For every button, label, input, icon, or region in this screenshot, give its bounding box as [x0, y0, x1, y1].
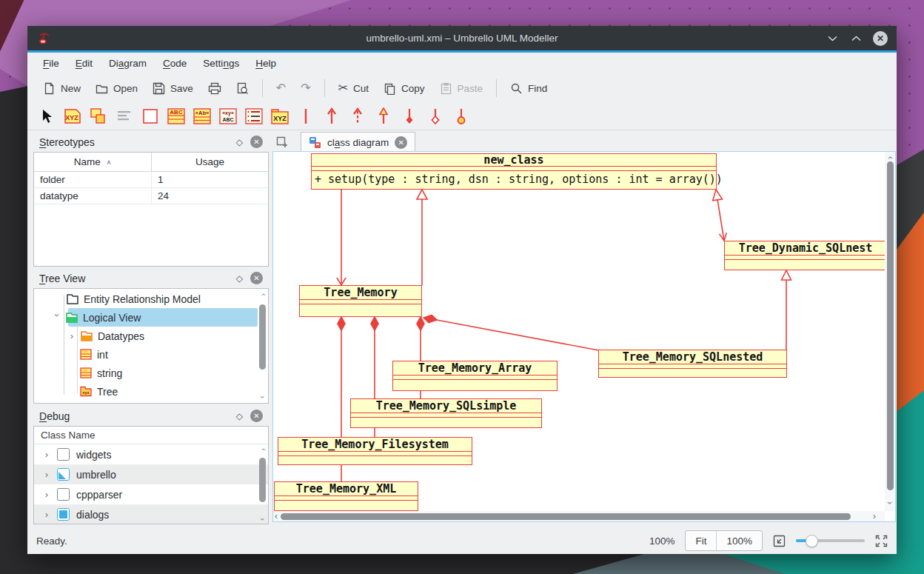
stereotypes-table-header[interactable]: Name∧ Usage	[34, 153, 268, 172]
checkbox-unchecked[interactable]	[57, 448, 70, 461]
minimize-button[interactable]	[826, 32, 839, 45]
class-tool[interactable]: XYZ	[64, 107, 81, 125]
open-button[interactable]: Open	[89, 78, 144, 99]
float-panel-icon[interactable]: ◇	[236, 273, 243, 284]
titlebar[interactable]: umbrello-uml.xmi – Umbrello UML Modeller…	[27, 26, 897, 50]
tree-item-entity-relationship-model[interactable]: Entity Relationship Model	[67, 290, 201, 308]
expander-closed-icon[interactable]: ›	[43, 449, 50, 460]
tree-item-int[interactable]: int	[80, 345, 108, 364]
generalization-tool[interactable]	[375, 107, 392, 125]
text-tool[interactable]	[116, 107, 133, 125]
interface-tool[interactable]: «Ab»	[193, 107, 211, 125]
expander-open-icon[interactable]: ›	[52, 314, 63, 321]
close-panel-icon[interactable]: ✕	[250, 136, 263, 148]
scroll-down-icon[interactable]: ›	[261, 515, 264, 523]
dependency-tool[interactable]	[349, 107, 366, 125]
save-button[interactable]: Save	[146, 78, 200, 99]
expander-closed-icon[interactable]: ›	[68, 330, 76, 341]
aggregation-tool[interactable]	[426, 107, 444, 125]
box-tool[interactable]	[141, 107, 159, 125]
directed-association-tool[interactable]	[323, 107, 341, 125]
composition-tool[interactable]	[401, 107, 418, 125]
tab-class-diagram[interactable]: class diagram ✕	[301, 132, 415, 152]
debug-row-dialogs[interactable]: › dialogs	[34, 504, 268, 524]
print-preview-button[interactable]	[230, 78, 255, 99]
menu-settings[interactable]: Settings	[195, 55, 247, 72]
find-button[interactable]: Find	[503, 78, 554, 99]
scrollbar-thumb[interactable]	[259, 458, 266, 502]
class-widget-tool[interactable]: ABC	[167, 107, 185, 125]
debug-row-cppparser[interactable]: › cppparser	[34, 484, 268, 504]
uml-class-tree-dynamic-sqlnested[interactable]: Tree_Dynamic_SQLnest	[724, 241, 885, 270]
canvas-vertical-scrollbar[interactable]: › ›	[885, 152, 895, 511]
uml-class-tree-memory-filesystem[interactable]: Tree_Memory_Filesystem	[278, 437, 472, 465]
containment-tool[interactable]	[452, 107, 470, 125]
enum-tool[interactable]	[245, 107, 263, 125]
debug-row-umbrello[interactable]: › umbrello	[34, 464, 268, 484]
debug-row-widgets[interactable]: › widgets	[34, 444, 268, 464]
undo-button[interactable]: ↶	[270, 78, 292, 99]
debug-column-header[interactable]: Class Name	[34, 427, 268, 444]
zoom-100-button[interactable]: 100%	[716, 531, 762, 550]
close-button[interactable]: ✕	[873, 31, 888, 46]
fullscreen-button[interactable]	[875, 535, 888, 547]
print-button[interactable]	[201, 78, 228, 99]
menu-file[interactable]: File	[35, 55, 67, 72]
scroll-down-icon[interactable]: ›	[888, 498, 891, 507]
tree-item-tree[interactable]: xyz Tree	[80, 382, 118, 401]
menu-diagram[interactable]: Diagram	[101, 55, 155, 72]
close-panel-icon[interactable]: ✕	[250, 410, 263, 422]
new-tab-button[interactable]	[272, 133, 292, 152]
uml-class-tree-memory-sqlsimple[interactable]: Tree_Memory_SQLsimple	[350, 398, 542, 428]
scroll-up-icon[interactable]: ›	[261, 446, 264, 453]
expander-closed-icon[interactable]: ›	[43, 469, 50, 480]
close-panel-icon[interactable]: ✕	[250, 272, 263, 284]
uml-class-new_class[interactable]: new_class + setup(type : string, dsn : s…	[311, 153, 717, 190]
table-row[interactable]: folder 1	[34, 172, 268, 188]
scrollbar-thumb[interactable]	[887, 161, 894, 490]
close-tab-icon[interactable]: ✕	[395, 136, 407, 149]
scroll-down-icon[interactable]: ›	[261, 393, 264, 401]
debug-scrollbar[interactable]: › ›	[258, 446, 267, 523]
uml-class-tree-memory-array[interactable]: Tree_Memory_Array	[392, 361, 558, 391]
treeview-scrollbar[interactable]: › ›	[258, 291, 267, 401]
menu-code[interactable]: Code	[155, 55, 195, 72]
package-tool[interactable]: XYZ	[271, 107, 289, 125]
slider-handle[interactable]	[806, 535, 818, 547]
checkbox-unchecked[interactable]	[57, 488, 70, 501]
uml-class-tree-memory-xml[interactable]: Tree_Memory_XML	[274, 481, 418, 511]
uml-class-tree-memory-sqlnested[interactable]: Tree_Memory_SQLnested	[598, 350, 787, 378]
menu-help[interactable]: Help	[247, 55, 284, 72]
zoom-slider[interactable]	[796, 534, 865, 547]
expander-closed-icon[interactable]: ›	[43, 509, 50, 520]
checkbox-partial[interactable]	[57, 468, 70, 481]
scroll-up-icon[interactable]: ›	[261, 291, 264, 298]
canvas-horizontal-scrollbar[interactable]: ‹ ›	[273, 511, 885, 521]
datatype-tool[interactable]: «xy»ABC	[219, 107, 237, 125]
fit-button[interactable]: Fit	[686, 531, 716, 550]
scrollbar-thumb[interactable]	[259, 304, 266, 370]
diagram-canvas[interactable]: new_class + setup(type : string, dsn : s…	[273, 152, 885, 511]
scroll-left-icon[interactable]: ‹	[275, 512, 278, 521]
table-row[interactable]: datatype 24	[34, 188, 268, 204]
association-tool[interactable]	[297, 107, 315, 125]
float-panel-icon[interactable]: ◇	[236, 137, 243, 147]
new-button[interactable]: New	[36, 78, 87, 99]
checkbox-checked[interactable]	[57, 508, 70, 521]
tree-item-datatypes[interactable]: › Datatypes	[68, 327, 144, 345]
tree-item-string[interactable]: string	[80, 364, 122, 382]
scroll-right-icon[interactable]: ›	[873, 512, 876, 521]
expander-closed-icon[interactable]: ›	[43, 489, 50, 500]
select-tool[interactable]	[38, 107, 56, 125]
column-usage[interactable]: Usage	[152, 156, 268, 167]
paste-button[interactable]: Paste	[433, 78, 490, 99]
column-name[interactable]: Name∧	[34, 153, 152, 171]
float-panel-icon[interactable]: ◇	[236, 411, 243, 421]
menu-edit[interactable]: Edit	[67, 55, 101, 72]
shrink-to-fit-button[interactable]	[773, 535, 786, 547]
uml-class-tree-memory[interactable]: Tree_Memory	[299, 285, 422, 317]
tree-item-logical-view[interactable]: › Logical View	[53, 308, 141, 327]
object-tool[interactable]	[90, 107, 107, 125]
copy-button[interactable]: Copy	[377, 78, 432, 99]
redo-button[interactable]: ↷	[294, 78, 317, 99]
